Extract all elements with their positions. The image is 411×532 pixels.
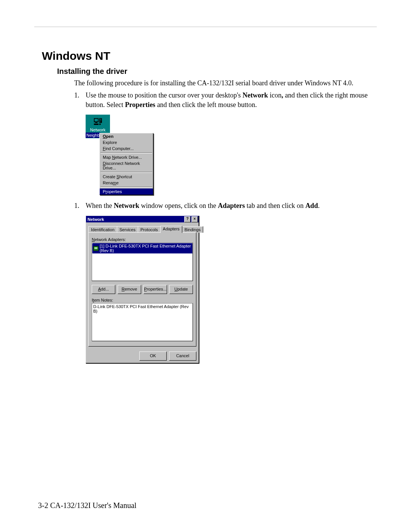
document-page: Windows NT Installing the driver The fol…	[0, 0, 411, 532]
step-2-text-g: .	[318, 202, 320, 209]
screenshot-network-dialog: Network ? × Identification Services Prot…	[86, 216, 377, 363]
tab-services[interactable]: Services	[117, 226, 138, 233]
cancel-button[interactable]: Cancel	[169, 351, 196, 361]
ctx-rename[interactable]: Rename	[100, 180, 153, 186]
ctx-separator-2	[100, 172, 152, 173]
step-1-text-g: and then click the left mouse button.	[155, 101, 257, 109]
ctx-map-network-drive[interactable]: Map Network Drive...	[100, 154, 153, 160]
dialog-title: Network	[88, 217, 183, 222]
ok-button[interactable]: OK	[139, 351, 167, 361]
add-button[interactable]: Add...	[92, 285, 115, 294]
ctx-find-computer[interactable]: Find Computer...	[100, 145, 153, 152]
network-card-icon	[93, 246, 99, 251]
ctx-open[interactable]: Open	[100, 133, 153, 139]
page-rule	[34, 27, 377, 27]
desktop-icon-label-line1: Network	[86, 128, 110, 132]
tab-adapters[interactable]: Adapters	[160, 226, 182, 233]
step-1-text-a: Use the mouse to position the cursor ove…	[86, 91, 242, 99]
update-button[interactable]: Update	[169, 285, 193, 294]
step-1-bold-network: Network	[242, 91, 268, 99]
desktop-icon-cell[interactable]: 🖳 Network	[86, 115, 110, 133]
step-1: Use the mouse to position the cursor ove…	[74, 91, 377, 109]
step-2-text-c: window opens, click on the	[139, 202, 218, 209]
ctx-explore[interactable]: Explore	[100, 139, 153, 145]
tab-identification[interactable]: Identification	[88, 226, 117, 233]
tab-bindings[interactable]: Bindings	[182, 226, 203, 233]
dialog-titlebar[interactable]: Network ? ×	[86, 216, 199, 222]
tab-panel-adapters: Network Adapters: [1] D-Link DFE-530TX P…	[88, 232, 196, 347]
titlebar-help-button[interactable]: ?	[184, 216, 191, 222]
context-menu: Open Explore Find Computer... Map Networ…	[99, 133, 153, 195]
remove-button[interactable]: Remove	[118, 285, 141, 294]
ctx-separator-3	[100, 187, 152, 188]
desktop-icon-label-line2-bg: Neighb	[86, 133, 99, 138]
network-neighborhood-icon: 🖳	[86, 116, 110, 127]
properties-button[interactable]: Properties...	[143, 285, 167, 294]
heading-windows-nt: Windows NT	[42, 50, 377, 62]
screenshot-context-menu: 🖳 Network Neighb Open Explore Find Compu…	[86, 115, 377, 195]
adapter-list-item-selected[interactable]: [1] D-Link DFE-530TX PCI Fast Ethernet A…	[92, 243, 193, 254]
network-adapters-label: Network Adapters:	[92, 237, 193, 242]
step-2-bold-network: Network	[114, 202, 139, 209]
item-notes-label: Item Notes:	[92, 298, 193, 302]
item-notes-textbox: D-Link DFE-530TX PCI Fast Ethernet Adapt…	[92, 303, 193, 341]
adapter-list-item-text: [1] D-Link DFE-530TX PCI Fast Ethernet A…	[100, 244, 191, 253]
page-footer: 3-2 CA-132/132I User's Manual	[38, 501, 137, 510]
step-1-bold-properties: Properties	[125, 101, 155, 109]
ctx-disconnect-network-drive[interactable]: Disconnect Network Drive...	[100, 160, 153, 171]
intro-paragraph: The following procedure is for installin…	[74, 79, 377, 88]
network-adapters-listbox[interactable]: [1] D-Link DFE-530TX PCI Fast Ethernet A…	[92, 243, 193, 281]
step-2-bold-adapters: Adapters	[218, 202, 245, 209]
network-dialog-window: Network ? × Identification Services Prot…	[86, 216, 199, 363]
step-2-bold-add: Add	[305, 202, 318, 209]
ctx-separator-1	[100, 152, 152, 153]
step-2-text-e: tab and then click on	[245, 202, 305, 209]
ctx-create-shortcut[interactable]: Create Shortcut	[100, 174, 153, 180]
tab-strip: Identification Services Protocols Adapte…	[88, 225, 196, 233]
step-2-text-a: When the	[86, 202, 114, 209]
tab-protocols[interactable]: Protocols	[138, 226, 161, 233]
titlebar-close-button[interactable]: ×	[191, 216, 198, 222]
subheading-installing-driver: Installing the driver	[57, 67, 377, 76]
ctx-properties[interactable]: Properties	[100, 189, 153, 195]
desktop-icon-label-line2: Neighb	[86, 133, 100, 138]
step-2: When the Network window opens, click on …	[74, 201, 377, 210]
step-1-text-c: icon	[268, 91, 282, 99]
